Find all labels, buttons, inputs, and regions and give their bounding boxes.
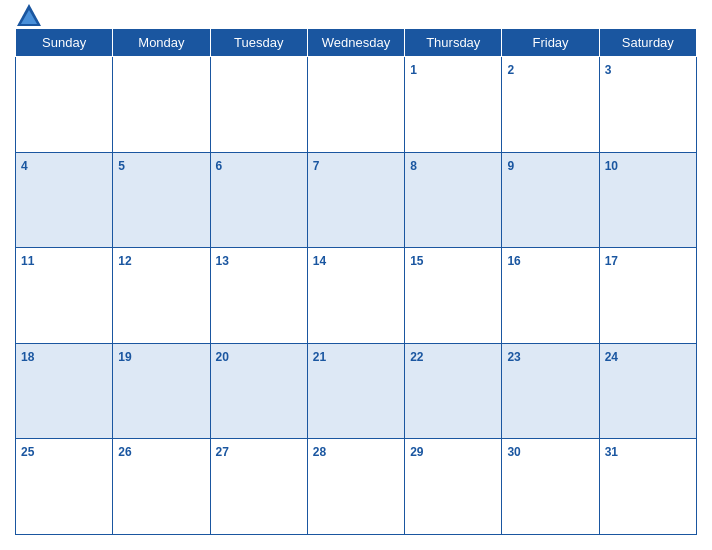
calendar-cell bbox=[307, 57, 404, 153]
calendar-cell: 8 bbox=[405, 152, 502, 248]
calendar-cell: 28 bbox=[307, 439, 404, 535]
calendar-body: 1234567891011121314151617181920212223242… bbox=[16, 57, 697, 535]
day-number: 25 bbox=[21, 445, 34, 459]
calendar-cell: 26 bbox=[113, 439, 210, 535]
calendar-cell: 19 bbox=[113, 343, 210, 439]
day-number: 11 bbox=[21, 254, 34, 268]
calendar-cell: 21 bbox=[307, 343, 404, 439]
day-number: 15 bbox=[410, 254, 423, 268]
day-number: 27 bbox=[216, 445, 229, 459]
calendar-cell: 4 bbox=[16, 152, 113, 248]
weekday-sunday: Sunday bbox=[16, 29, 113, 57]
calendar-cell: 25 bbox=[16, 439, 113, 535]
calendar-week-row: 123 bbox=[16, 57, 697, 153]
day-number: 2 bbox=[507, 63, 514, 77]
calendar-cell bbox=[16, 57, 113, 153]
day-number: 19 bbox=[118, 350, 131, 364]
calendar-table: SundayMondayTuesdayWednesdayThursdayFrid… bbox=[15, 28, 697, 535]
calendar-cell: 2 bbox=[502, 57, 599, 153]
day-number: 24 bbox=[605, 350, 618, 364]
day-number: 13 bbox=[216, 254, 229, 268]
weekday-tuesday: Tuesday bbox=[210, 29, 307, 57]
calendar-header bbox=[15, 10, 697, 22]
day-number: 23 bbox=[507, 350, 520, 364]
day-number: 14 bbox=[313, 254, 326, 268]
day-number: 29 bbox=[410, 445, 423, 459]
weekday-friday: Friday bbox=[502, 29, 599, 57]
day-number: 16 bbox=[507, 254, 520, 268]
calendar-cell: 16 bbox=[502, 248, 599, 344]
weekday-header-row: SundayMondayTuesdayWednesdayThursdayFrid… bbox=[16, 29, 697, 57]
day-number: 12 bbox=[118, 254, 131, 268]
calendar-cell: 27 bbox=[210, 439, 307, 535]
calendar-cell: 13 bbox=[210, 248, 307, 344]
day-number: 6 bbox=[216, 159, 223, 173]
day-number: 18 bbox=[21, 350, 34, 364]
logo bbox=[15, 2, 47, 30]
calendar-cell: 18 bbox=[16, 343, 113, 439]
day-number: 26 bbox=[118, 445, 131, 459]
day-number: 7 bbox=[313, 159, 320, 173]
day-number: 8 bbox=[410, 159, 417, 173]
day-number: 1 bbox=[410, 63, 417, 77]
day-number: 22 bbox=[410, 350, 423, 364]
calendar-cell: 9 bbox=[502, 152, 599, 248]
day-number: 17 bbox=[605, 254, 618, 268]
calendar-cell: 10 bbox=[599, 152, 696, 248]
day-number: 20 bbox=[216, 350, 229, 364]
calendar-cell: 6 bbox=[210, 152, 307, 248]
calendar-cell: 30 bbox=[502, 439, 599, 535]
calendar-cell: 23 bbox=[502, 343, 599, 439]
calendar-cell: 11 bbox=[16, 248, 113, 344]
calendar-cell: 14 bbox=[307, 248, 404, 344]
calendar-cell: 31 bbox=[599, 439, 696, 535]
calendar-cell: 3 bbox=[599, 57, 696, 153]
weekday-monday: Monday bbox=[113, 29, 210, 57]
calendar-cell: 29 bbox=[405, 439, 502, 535]
calendar-cell: 24 bbox=[599, 343, 696, 439]
day-number: 9 bbox=[507, 159, 514, 173]
day-number: 30 bbox=[507, 445, 520, 459]
calendar-cell bbox=[210, 57, 307, 153]
calendar-week-row: 18192021222324 bbox=[16, 343, 697, 439]
weekday-saturday: Saturday bbox=[599, 29, 696, 57]
calendar-cell: 5 bbox=[113, 152, 210, 248]
calendar-cell: 22 bbox=[405, 343, 502, 439]
calendar-week-row: 25262728293031 bbox=[16, 439, 697, 535]
day-number: 5 bbox=[118, 159, 125, 173]
day-number: 3 bbox=[605, 63, 612, 77]
calendar-cell: 15 bbox=[405, 248, 502, 344]
calendar-cell: 20 bbox=[210, 343, 307, 439]
day-number: 10 bbox=[605, 159, 618, 173]
day-number: 28 bbox=[313, 445, 326, 459]
day-number: 21 bbox=[313, 350, 326, 364]
calendar-cell: 17 bbox=[599, 248, 696, 344]
day-number: 31 bbox=[605, 445, 618, 459]
calendar-week-row: 11121314151617 bbox=[16, 248, 697, 344]
calendar-cell: 1 bbox=[405, 57, 502, 153]
calendar-cell bbox=[113, 57, 210, 153]
calendar-cell: 7 bbox=[307, 152, 404, 248]
day-number: 4 bbox=[21, 159, 28, 173]
calendar-cell: 12 bbox=[113, 248, 210, 344]
weekday-wednesday: Wednesday bbox=[307, 29, 404, 57]
logo-icon bbox=[15, 2, 43, 30]
calendar-week-row: 45678910 bbox=[16, 152, 697, 248]
weekday-thursday: Thursday bbox=[405, 29, 502, 57]
